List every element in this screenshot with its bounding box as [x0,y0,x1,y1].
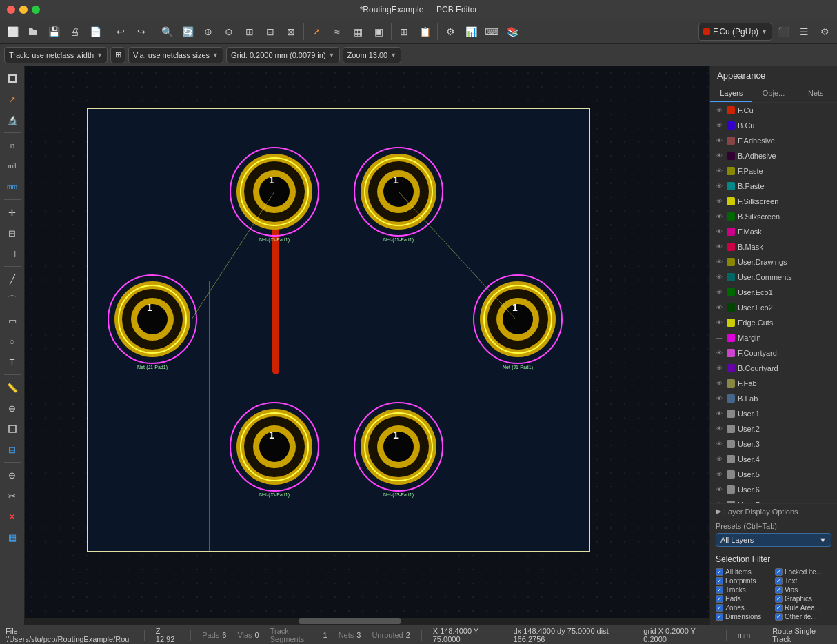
sel-item-zones[interactable]: Zones [716,604,772,612]
layer-eye-margin[interactable]: — [714,333,724,343]
layer-item-user-3[interactable]: 👁User.3 [710,436,837,452]
pad-mid-right[interactable]: 1 Net-(J1-Pad1) [480,281,556,357]
layer-item-f-mask[interactable]: 👁F.Mask [710,224,837,239]
layer-eye-edge-cuts[interactable]: 👁 [714,318,724,328]
layer-eye-user-6[interactable]: 👁 [714,485,724,494]
net-inspector-button[interactable]: 📊 [461,22,481,41]
layer-toggle-button[interactable]: ⬛ [774,22,793,41]
layer-item-b-cu[interactable]: 👁B.Cu [710,118,837,133]
layer-display-options[interactable]: ▶ Layer Display Options [710,503,837,519]
layer-eye-user-2[interactable]: 👁 [714,424,724,434]
layer-item-f-silkscreen[interactable]: 👁F.Silkscreen [710,194,837,209]
pad-top-left[interactable]: 1 Net-(J5-Pad1) [236,154,312,230]
fill-zones-button[interactable]: ▦ [348,22,367,41]
layer-item-user-eco2[interactable]: 👁User.Eco2 [710,300,837,315]
layer-item-f-paste[interactable]: 👁F.Paste [710,163,837,179]
sel-cb-dimensions[interactable] [716,613,723,621]
layer-eye-f-fab[interactable]: 👁 [714,379,724,388]
sel-cb-rule_area...[interactable] [775,604,783,612]
sel-cb-other_ite...[interactable] [775,613,783,621]
inspect-tool[interactable]: 🔬 [3,110,22,130]
add-footprint-button[interactable]: ⊞ [394,22,414,41]
sel-item-rule_area...[interactable]: Rule Area... [775,604,831,612]
sel-item-pads[interactable]: Pads [716,595,772,603]
track-width-selector[interactable]: Track: use netclass width ▼ [4,47,108,63]
refresh-button[interactable]: 🔄 [178,22,197,41]
layer-eye-user-3[interactable]: 👁 [714,439,724,449]
layer-eye-b-adhesive[interactable]: 👁 [714,151,724,161]
layer-item-margin[interactable]: —Margin [710,330,837,345]
layer-eye-b-paste[interactable]: 👁 [714,181,724,191]
layer-eye-f-silkscreen[interactable]: 👁 [714,197,724,206]
save-button[interactable]: 💾 [44,22,63,41]
new-button[interactable]: ⬜ [3,22,22,41]
layer-eye-user-4[interactable]: 👁 [714,454,724,464]
layer-eye-user-1[interactable]: 👁 [714,409,724,419]
sel-item-other_ite...[interactable]: Other ite... [775,613,831,621]
layer-item-edge-cuts[interactable]: 👁Edge.Cuts [710,315,837,330]
redo-button[interactable]: ↪ [132,22,151,41]
zoom-fit-button[interactable]: ⊞ [240,22,259,41]
sel-cb-all_items[interactable] [716,568,723,576]
layer-item-f-adhesive[interactable]: 👁F.Adhesive [710,133,837,148]
layer-item-b-silkscreen[interactable]: 👁B.Silkscreen [710,209,837,224]
cursor-tool[interactable]: ✛ [3,203,22,222]
layer-eye-b-silkscreen[interactable]: 👁 [714,212,724,221]
manage-fp-button[interactable]: 📚 [503,22,522,41]
layer-eye-f-cu[interactable]: 👁 [714,105,724,115]
layer-item-b-paste[interactable]: 👁B.Paste [710,179,837,194]
layer-item-user-comments[interactable]: 👁User.Comments [710,270,837,285]
maximize-button[interactable] [32,6,40,14]
align-tool[interactable]: ⊣ [3,244,22,263]
layer-item-user-6[interactable]: 👁User.6 [710,482,837,497]
inch-unit[interactable]: in [3,136,22,155]
layer-item-user-5[interactable]: 👁User.5 [710,467,837,482]
layer-item-f-courtyard[interactable]: 👁F.Courtyard [710,345,837,361]
layer-eye-user-comments[interactable]: 👁 [714,272,724,282]
settings-button[interactable]: ⚙ [815,22,834,41]
layer-eye-user-eco1[interactable]: 👁 [714,288,724,297]
layer-eye-user-5[interactable]: 👁 [714,470,724,479]
layer-eye-b-fab[interactable]: 👁 [714,394,724,403]
arc-tool[interactable]: ⌒ [3,290,22,310]
print-button[interactable]: 🖨 [65,22,84,41]
via-size-selector[interactable]: Via: use netclass sizes ▼ [128,47,223,63]
measure2-tool[interactable]: ⊕ [3,399,22,418]
layer-item-user-drawings[interactable]: 👁User.Drawings [710,254,837,270]
copper-tool[interactable]: ⊟ [3,440,22,459]
canvas-scrollbar[interactable] [25,618,709,625]
grid-tool[interactable]: ⊞ [3,223,22,243]
sel-cb-locked_ite...[interactable] [775,568,783,576]
undo-button[interactable]: ↩ [111,22,130,41]
sel-item-dimensions[interactable]: Dimensions [716,613,772,621]
route-diff-button[interactable]: ≈ [327,22,347,41]
pcb-board[interactable]: 1 Net-(J5-Pad1) 1 Net-(J1-Pad1) [87,108,590,552]
route-tool[interactable]: ↗ [3,90,22,109]
grid-selector[interactable]: Grid: 0.2000 mm (0.0079 in) ▼ [226,47,340,63]
layer-eye-f-paste[interactable]: 👁 [714,166,724,176]
layer-item-user-2[interactable]: 👁User.2 [710,421,837,436]
presets-dropdown[interactable]: All Layers ▼ [716,533,831,547]
measure-tool[interactable]: 📏 [3,378,22,397]
rect-tool[interactable]: ▭ [3,311,22,330]
pad-top-right[interactable]: 1 Net-(J1-Pad1) [361,154,436,230]
sel-item-graphics[interactable]: Graphics [775,595,831,603]
zoom-center-button[interactable]: ⊠ [281,22,301,41]
layer-item-b-adhesive[interactable]: 👁B.Adhesive [710,148,837,163]
zoom-area-button[interactable]: ⊟ [261,22,280,41]
plot-button[interactable]: 📄 [85,22,105,41]
add-board-button[interactable]: 📋 [415,22,434,41]
zoom-in-button[interactable]: ⊕ [199,22,218,41]
layer-eye-f-courtyard[interactable]: 👁 [714,348,724,358]
tab-layers[interactable]: Layers [710,85,752,102]
open-button[interactable] [23,22,43,41]
layer-eye-f-mask[interactable]: 👁 [714,227,724,237]
select-tool[interactable] [3,69,22,88]
unknown-tool2[interactable]: ✂ [3,486,22,505]
sel-cb-text[interactable] [775,577,783,585]
close-button[interactable] [7,6,15,14]
delete-tool[interactable]: ✕ [3,507,22,526]
canvas-scrollbar-thumb[interactable] [299,618,401,624]
layer-item-f-fab[interactable]: 👁F.Fab [710,376,837,391]
sel-item-footprints[interactable]: Footprints [716,577,772,585]
